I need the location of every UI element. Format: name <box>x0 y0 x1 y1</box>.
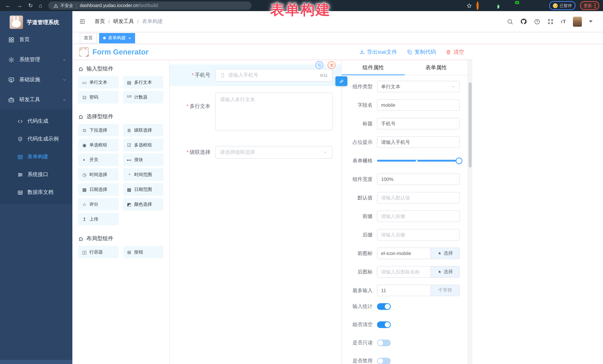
duplicate-field-button[interactable] <box>315 61 323 69</box>
cascader-select[interactable]: 请选择级联选择 <box>215 146 333 159</box>
sidebar-item-db-doc[interactable]: 数据库文档 <box>0 184 72 201</box>
canvas-field-textarea[interactable]: *多行文本 请输入多行文本 <box>170 88 341 135</box>
extension-squares-icon[interactable] <box>508 3 514 9</box>
component-chip[interactable]: ↥ 上传 <box>78 213 118 225</box>
component-chip[interactable]: ▭ 单行文本 <box>78 76 118 88</box>
component-chip[interactable]: ◷ 时间选择 <box>78 168 118 181</box>
browser-menu-icon[interactable] <box>594 5 596 6</box>
update-browser-badge[interactable]: 更新 <box>580 1 599 10</box>
browser-forward-icon[interactable]: → <box>17 0 22 11</box>
github-icon[interactable] <box>520 18 527 25</box>
export-vue-button[interactable]: 导出vue文件 <box>359 48 397 55</box>
show-count-toggle[interactable] <box>377 303 391 310</box>
help-icon[interactable] <box>534 18 540 25</box>
extension-y-icon[interactable]: y <box>497 3 503 9</box>
fullscreen-icon[interactable] <box>547 18 554 25</box>
component-chip[interactable]: ☆ 评分 <box>78 198 118 210</box>
sidebar-item-system[interactable]: 系统管理 <box>0 50 72 70</box>
component-chip[interactable]: ◫ 行容器 <box>78 246 118 258</box>
tab-form-props[interactable]: 表单属性 <box>405 60 468 75</box>
tab-close-icon[interactable]: × <box>128 36 131 40</box>
textarea-input[interactable]: 请输入多行文本 <box>215 93 333 131</box>
canvas-field-cascader[interactable]: *级联选择 请选择级联选择 <box>170 142 341 163</box>
component-chip[interactable]: ▦ 日期选择 <box>78 183 118 196</box>
field-name-input[interactable]: mobile <box>377 99 460 111</box>
component-chip[interactable]: ⊡ 密码 <box>78 91 118 103</box>
tab-component-props[interactable]: 组件属性 <box>342 60 405 75</box>
sidebar-item-home[interactable]: 首页 <box>0 30 72 50</box>
clear-button[interactable]: 清空 <box>446 48 464 55</box>
scrollbar-thumb[interactable] <box>469 82 472 167</box>
component-chip[interactable]: ⊷ 滑块 <box>123 154 163 166</box>
readonly-toggle[interactable] <box>377 340 391 346</box>
suffix-icon-select-button[interactable]: 选择 <box>431 266 460 278</box>
component-chip[interactable]: ¹²³ 计数器 <box>123 91 163 103</box>
component-chip[interactable]: ◔ 时间范围 <box>123 168 163 181</box>
sidebar-logo[interactable]: 芋道管理系统 <box>0 11 72 29</box>
hamburger-fold-icon[interactable] <box>79 18 86 25</box>
prefix-icon-input[interactable]: el-icon-mobile <box>377 248 431 259</box>
title-input[interactable]: 手机号 <box>377 118 460 129</box>
component-chip[interactable]: ◉ 单选框组 <box>78 139 118 151</box>
paused-extension-badge[interactable]: 已暂停 <box>549 1 576 10</box>
extension-lizard-icon[interactable] <box>528 3 534 9</box>
sidebar-item-devtools[interactable]: 研发工具 <box>0 90 72 110</box>
extension-drop-icon[interactable] <box>487 3 493 9</box>
extension-switch-on-icon[interactable] <box>518 3 524 9</box>
browser-back-icon[interactable]: ← <box>5 0 11 11</box>
search-icon[interactable] <box>507 18 513 25</box>
component-chip[interactable]: ▤ 多行文本 <box>123 76 163 88</box>
address-bar[interactable]: 不安全 dashboard.yudao.iocoder.cn/tool/buil… <box>48 1 251 10</box>
component-chip-label: 日期范围 <box>134 186 152 193</box>
component-chip[interactable]: ≣ 级联选择 <box>123 124 163 136</box>
bookmark-star-icon[interactable] <box>466 3 472 8</box>
prefix-icon-select-button[interactable]: 选择 <box>431 248 460 259</box>
component-chip[interactable]: ☑ 多选框组 <box>123 139 163 151</box>
component-chip[interactable]: ◐ 开关 <box>78 154 118 166</box>
default-value-input[interactable]: 请输入默认值 <box>377 192 460 203</box>
sidebar-item-system-api[interactable]: 系统接口 <box>0 166 72 184</box>
user-avatar[interactable] <box>573 16 582 26</box>
form-grid-slider[interactable] <box>377 155 460 166</box>
extension-puzzle-icon[interactable] <box>539 3 545 9</box>
link-handle-button[interactable] <box>336 76 347 86</box>
mobile-phone-icon <box>220 73 225 78</box>
tab-form-build[interactable]: 表单构建 × <box>99 33 135 43</box>
window-scrollbar[interactable] <box>468 60 472 364</box>
browser-home-icon[interactable]: ⌂ <box>39 0 42 11</box>
component-chip[interactable]: ⊙ 下拉选择 <box>78 124 118 136</box>
component-chip[interactable]: ◩ 颜色选择 <box>123 198 163 210</box>
suffix-input[interactable]: 请输入后缀 <box>377 229 460 241</box>
component-chip[interactable]: ⊞ 按钮 <box>123 246 163 258</box>
suffix-icon-input[interactable]: 请输入后图标名称 <box>377 266 431 278</box>
max-input-field[interactable]: 11 <box>377 285 431 296</box>
tab-home[interactable]: 首页 <box>80 33 97 43</box>
sidebar-item-codegen-demo[interactable]: 代码生成示例 <box>0 130 72 148</box>
sidebar-item-codegen[interactable]: 代码生成 <box>0 112 72 130</box>
width-input[interactable]: 100% <box>377 174 460 185</box>
prefix-input[interactable]: 请输入前缀 <box>377 210 460 222</box>
component-chip-label: 下拉选择 <box>89 127 107 133</box>
clearable-toggle[interactable] <box>377 321 391 328</box>
security-label[interactable]: 不安全 <box>60 3 73 8</box>
sidebar-item-infra[interactable]: 基础设施 <box>0 70 72 90</box>
font-size-icon[interactable]: TT <box>560 18 566 25</box>
avatar-caret-icon[interactable] <box>589 20 593 22</box>
sidebar-item-form-build[interactable]: 表单构建 <box>0 148 72 166</box>
placeholder-input[interactable]: 请输入手机号 <box>377 136 460 148</box>
component-chip-label: 按钮 <box>134 249 143 255</box>
component-chip[interactable]: ▩ 日期范围 <box>123 183 163 196</box>
browser-reload-icon[interactable]: ↻ <box>28 0 33 11</box>
copy-code-button[interactable]: 复制代码 <box>407 48 436 55</box>
breadcrumb-devtools[interactable]: 研发工具 <box>113 18 134 25</box>
sidebar-collapse-bar[interactable] <box>0 360 72 364</box>
trash-icon <box>446 49 451 55</box>
slider-handle[interactable] <box>456 157 462 164</box>
extension-colorpicker-icon[interactable] <box>476 3 482 9</box>
disabled-toggle[interactable] <box>377 358 391 364</box>
mobile-input[interactable]: 请输入手机号 0/11 <box>215 69 333 82</box>
breadcrumb-home[interactable]: 首页 <box>95 18 105 25</box>
component-type-select[interactable]: 单行文本 <box>377 81 460 92</box>
canvas-field-mobile[interactable]: *手机号 请输入手机号 0/11 <box>170 65 341 86</box>
delete-field-button[interactable] <box>328 61 336 69</box>
